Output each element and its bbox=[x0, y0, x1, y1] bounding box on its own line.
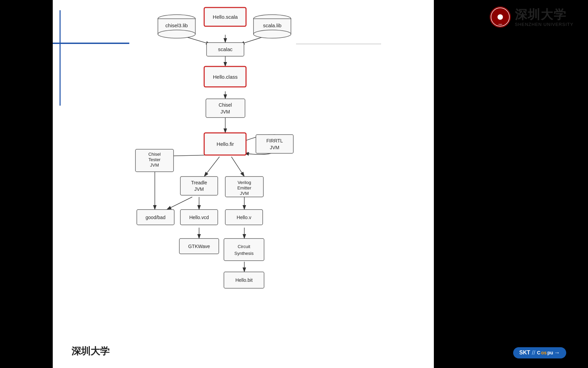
svg-text:scalac: scalac bbox=[218, 46, 233, 52]
svg-rect-37 bbox=[206, 99, 245, 118]
svg-text:Emitter: Emitter bbox=[237, 185, 251, 190]
skt-cos-logo: SKT // C os pu → bbox=[513, 344, 581, 361]
svg-text:JVM: JVM bbox=[150, 163, 159, 168]
svg-text:JVM: JVM bbox=[240, 191, 249, 196]
svg-rect-42 bbox=[256, 135, 293, 153]
svg-rect-64 bbox=[224, 239, 264, 261]
svg-text:JVM: JVM bbox=[270, 145, 279, 150]
svg-line-15 bbox=[231, 157, 244, 177]
divider: // bbox=[532, 349, 535, 356]
svg-text:chisel3.lib: chisel3.lib bbox=[165, 22, 188, 28]
svg-line-17 bbox=[167, 197, 192, 210]
svg-text:深圳: 深圳 bbox=[498, 16, 503, 19]
svg-text:Hello.bit: Hello.bit bbox=[235, 277, 253, 283]
university-name-cn: 深圳大学 bbox=[515, 7, 573, 22]
cpu-text: pu bbox=[547, 350, 553, 355]
svg-text:Treadle: Treadle bbox=[191, 180, 207, 185]
svg-text:JVM: JVM bbox=[194, 186, 204, 192]
svg-text:scala.lib: scala.lib bbox=[263, 22, 281, 28]
svg-line-14 bbox=[204, 157, 219, 177]
svg-text:Circuit: Circuit bbox=[238, 244, 250, 249]
svg-text:Hello.vcd: Hello.vcd bbox=[189, 215, 209, 220]
os-text: os bbox=[541, 350, 546, 355]
svg-text:Hello.scala: Hello.scala bbox=[213, 14, 238, 20]
svg-text:Hello.class: Hello.class bbox=[213, 74, 238, 80]
svg-text:Chisel: Chisel bbox=[148, 152, 161, 157]
arrow-icon: → bbox=[554, 349, 560, 356]
cos-text: C bbox=[537, 350, 540, 355]
svg-text:JVM: JVM bbox=[220, 109, 230, 114]
svg-text:Verilog: Verilog bbox=[238, 180, 251, 185]
svg-text:FIRRTL: FIRRTL bbox=[266, 138, 283, 143]
university-name-en: SHENZHEN UNIVERSITY bbox=[515, 22, 573, 27]
svg-text:Synthesis: Synthesis bbox=[234, 251, 254, 256]
svg-rect-49 bbox=[180, 177, 218, 195]
university-seal: 深圳 1983 bbox=[489, 6, 511, 28]
skt-text: SKT bbox=[519, 350, 530, 356]
svg-text:Hello.v: Hello.v bbox=[237, 215, 251, 220]
svg-text:1983: 1983 bbox=[498, 24, 502, 26]
svg-text:GTKWave: GTKWave bbox=[188, 244, 210, 249]
svg-text:Chisel: Chisel bbox=[219, 102, 232, 108]
svg-text:good/bad: good/bad bbox=[146, 215, 165, 220]
university-logo: 深圳 1983 深圳大学 SHENZHEN UNIVERSITY bbox=[489, 3, 585, 31]
flow-diagram: chisel3.lib Hello.scala scala.lib scalac… bbox=[53, 0, 434, 368]
svg-text:Hello.fir: Hello.fir bbox=[217, 141, 234, 147]
svg-point-31 bbox=[254, 30, 291, 38]
bottom-university-label: 深圳大学 bbox=[71, 345, 110, 358]
svg-point-25 bbox=[158, 30, 195, 38]
svg-text:Tester: Tester bbox=[148, 157, 161, 162]
